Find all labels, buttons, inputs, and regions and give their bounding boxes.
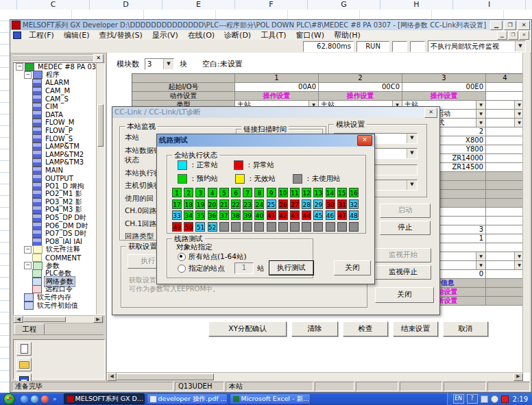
chevron-down-icon[interactable]: ▼ <box>476 119 485 127</box>
monitor-mode-select[interactable]: 不执行局部软元件监视 ▼ <box>428 40 526 52</box>
station-number-input[interactable]: 1 <box>234 262 254 274</box>
chevron-down-icon[interactable]: ▼ <box>476 110 485 118</box>
editor-horizontal-scrollbar[interactable]: ◀ ▶ <box>107 372 523 381</box>
close-icon[interactable]: ✕ <box>357 135 372 146</box>
table-cell[interactable] <box>486 136 524 145</box>
tree-item[interactable]: DATA <box>14 111 104 119</box>
tree-item[interactable]: −软元件注释 <box>14 246 104 254</box>
chevron-down-icon[interactable]: ▼ <box>476 261 485 269</box>
menu-item[interactable]: 工具(T) <box>256 31 291 40</box>
table-cell[interactable] <box>486 225 524 234</box>
minimize-icon[interactable]: ▁ <box>490 21 503 30</box>
datalink-stop-button[interactable]: 停止 <box>380 221 431 235</box>
tree-item[interactable]: 软元件初始值 <box>14 302 104 310</box>
expander-icon[interactable]: − <box>24 262 32 269</box>
table-cell[interactable]: 操作设置 <box>402 92 486 101</box>
editor-button-3[interactable]: 检查 <box>343 321 388 336</box>
taskbar-task-2[interactable]: developer 操作.pdf ... <box>147 393 228 404</box>
tree-item[interactable]: LAMP&TM3 <box>14 158 104 167</box>
taskbar-task-1[interactable]: MELSOFT系列 GX D... <box>64 393 145 404</box>
dialog-close-button[interactable]: 关闭 <box>375 287 434 303</box>
menu-item[interactable]: 工程(F) <box>24 31 59 40</box>
table-cell[interactable] <box>486 234 524 243</box>
start-button[interactable] <box>3 393 15 405</box>
quicklaunch-icon-3[interactable] <box>41 395 49 403</box>
table-cell[interactable] <box>486 163 524 172</box>
scroll-left-icon[interactable]: ◀ <box>107 373 117 381</box>
restore-icon[interactable]: ❐ <box>504 21 516 30</box>
tree-item[interactable]: PO7_DS D时 <box>14 230 104 238</box>
menu-item[interactable]: 在线(O) <box>183 31 219 40</box>
close-icon[interactable]: ✕ <box>424 108 437 118</box>
tree-item[interactable]: FLOW_S <box>14 134 104 143</box>
monitor-start-button[interactable]: 监视开始 <box>375 248 431 262</box>
datalink-start-button[interactable]: 启动 <box>380 204 431 218</box>
language-indicator[interactable]: EN <box>453 394 464 404</box>
scroll-right-icon[interactable]: ▶ <box>93 316 103 323</box>
expander-icon[interactable]: − <box>16 63 23 71</box>
chevron-down-icon[interactable]: ▼ <box>515 41 525 51</box>
monitor-tray-icon[interactable] <box>481 395 488 403</box>
table-cell[interactable] <box>486 208 524 217</box>
table-cell[interactable]: ▼ <box>486 261 524 270</box>
tree-item[interactable]: LAMP&TM <box>14 143 104 151</box>
module-count-select[interactable]: 3 ▼ <box>145 58 174 70</box>
mdi-close-icon[interactable]: ✕ <box>519 31 529 40</box>
execute-test-button[interactable]: 执行测试 <box>269 261 313 275</box>
mdi-restore-icon[interactable]: ❐ <box>508 31 518 40</box>
menu-item[interactable]: 帮助(H) <box>329 31 365 40</box>
tab-project[interactable]: 工程 <box>14 323 45 335</box>
table-cell[interactable]: 00A0 <box>235 83 319 92</box>
help-tray-icon[interactable]: ? <box>467 394 478 404</box>
tree-item[interactable]: CAM_S <box>14 95 104 103</box>
editor-button-5[interactable]: 取消 <box>443 321 488 336</box>
table-cell[interactable]: 00C0 <box>319 83 402 92</box>
table-cell[interactable]: 操作设置 <box>319 92 402 101</box>
table-cell[interactable] <box>486 127 524 136</box>
menu-item[interactable]: 诊断(D) <box>219 31 256 40</box>
tree-item[interactable]: MAIN <box>14 167 104 175</box>
menu-item[interactable]: 查找/替换(S) <box>94 31 147 40</box>
mdi-child-icon[interactable] <box>13 32 21 39</box>
radio-all-stations[interactable]: 所有站点(1-64站) <box>178 252 247 262</box>
menu-item[interactable]: 编辑(E) <box>59 31 95 40</box>
editor-vertical-scrollbar[interactable] <box>522 53 530 373</box>
tree-item[interactable]: LAMP&TM2 <box>14 151 104 159</box>
monitor-stop-button[interactable]: 监视停止 <box>375 265 431 280</box>
tree-item[interactable]: −程序 <box>14 71 104 79</box>
new-project-button[interactable] <box>16 342 32 356</box>
table-cell[interactable]: ▼ <box>486 110 524 119</box>
table-cell[interactable] <box>486 92 524 101</box>
dock-grip[interactable] <box>13 54 94 62</box>
scroll-right-icon[interactable]: ▶ <box>513 373 523 381</box>
volume-tray-icon[interactable] <box>491 395 498 403</box>
tree-item[interactable]: CAM_M <box>14 87 104 95</box>
editor-button-2[interactable]: 清除 <box>291 321 338 336</box>
table-cell[interactable] <box>486 270 524 279</box>
chevron-down-icon[interactable]: ▼ <box>476 252 485 260</box>
close-icon[interactable]: ✕ <box>518 21 530 30</box>
table-cell[interactable] <box>486 243 524 252</box>
table-cell[interactable] <box>486 217 524 225</box>
table-cell[interactable] <box>486 154 524 163</box>
open-project-button[interactable] <box>16 358 32 371</box>
mdi-minimize-icon[interactable]: ▁ <box>497 31 507 40</box>
radio-specified-station[interactable]: 指定的站点 <box>178 264 225 273</box>
table-cell[interactable]: 操作设置 <box>235 92 319 101</box>
tree-item[interactable]: FLOW_M <box>14 119 104 127</box>
tree-item[interactable]: ALARM <box>14 79 104 87</box>
chevron-down-icon[interactable]: ▼ <box>476 101 485 109</box>
table-cell[interactable] <box>486 83 524 92</box>
table-cell[interactable]: 00E0 <box>402 83 486 92</box>
alert-tray-icon[interactable] <box>501 395 509 403</box>
tree-item[interactable]: FLOW_P <box>14 127 104 135</box>
menu-item[interactable]: 显示(V) <box>147 31 183 40</box>
table-cell[interactable] <box>486 145 524 154</box>
expander-icon[interactable]: − <box>24 71 32 79</box>
editor-button-1[interactable]: XY分配确认 <box>208 321 287 336</box>
table-cell[interactable]: ▼ <box>486 252 524 261</box>
expander-icon[interactable]: − <box>24 246 32 254</box>
taskbar-task-3[interactable]: Microsoft Excel - 新... <box>230 393 311 404</box>
tree-item[interactable]: CIM <box>14 103 104 111</box>
menu-item[interactable]: 窗口(W) <box>291 31 328 40</box>
